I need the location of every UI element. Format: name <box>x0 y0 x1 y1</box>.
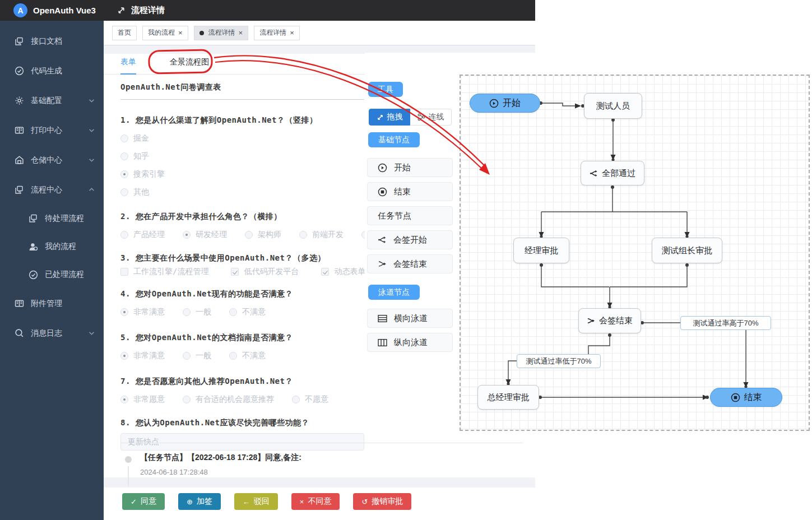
palette-start-node[interactable]: 开始 <box>367 158 453 177</box>
checkbox-icon[interactable] <box>120 268 128 276</box>
flow-node-test-lead-approval[interactable]: 测试组长审批 <box>652 238 722 263</box>
timeline-timestamp: 2024-06-18 17:28:48 <box>140 468 301 476</box>
sidebar-item-pending-flows[interactable]: 待处理流程 <box>0 205 104 233</box>
disagree-button[interactable]: ×不同意 <box>291 493 340 510</box>
question-8-input[interactable] <box>120 433 364 451</box>
palette-task-node[interactable]: 任务节点 <box>367 206 453 225</box>
radio-icon[interactable] <box>245 231 253 239</box>
radio-icon[interactable] <box>120 152 128 160</box>
edge-label-pass-low[interactable]: 测试通过率低于70% <box>517 354 601 368</box>
edge-label-pass-high[interactable]: 测试通过率高于70% <box>680 316 771 330</box>
tab-form[interactable]: 表单 <box>120 57 136 74</box>
radio-option[interactable]: 一般 <box>183 307 211 317</box>
checkbox-icon[interactable] <box>231 268 239 276</box>
tag-label: 流程详情 <box>259 28 286 38</box>
flow-node-end[interactable]: 结束 <box>710 388 782 407</box>
radio-option[interactable]: 有合适的机会愿意推荐 <box>183 394 274 405</box>
radio-option[interactable]: 不愿意 <box>292 394 328 405</box>
checkbox-option-checked[interactable]: 低代码开发平台 <box>231 267 299 277</box>
sidebar-item-processed-flows[interactable]: 已处理流程 <box>0 261 104 289</box>
question-3-options: 工作流引擎/流程管理 低代码开发平台 动态表单生成 <box>120 267 370 277</box>
revoke-approval-button[interactable]: ↺撤销审批 <box>353 493 411 510</box>
radio-option[interactable]: 不满意 <box>229 351 266 361</box>
sidebar-item-api-docs[interactable]: 接口文档 <box>0 26 104 56</box>
flow-node-manager-approval[interactable]: 经理审批 <box>513 238 569 263</box>
send-back-button[interactable]: ←驳回 <box>234 493 278 510</box>
radio-icon[interactable] <box>183 231 191 239</box>
flow-node-general-manager-approval[interactable]: 总经理审批 <box>477 385 539 410</box>
radio-icon[interactable] <box>120 188 128 196</box>
close-icon[interactable]: × <box>239 29 243 36</box>
radio-icon[interactable] <box>120 231 128 239</box>
sidebar-item-message-log[interactable]: 消息日志 <box>0 318 104 348</box>
app-header: A OpenAuth Vue3 流程详情 <box>0 0 535 21</box>
sidebar-item-my-flows[interactable]: 我的流程 <box>0 233 104 261</box>
radio-icon[interactable] <box>229 308 237 316</box>
sidebar-item-code-gen[interactable]: 代码生成 <box>0 56 104 86</box>
print-center-icon <box>14 126 24 136</box>
flowchart-canvas[interactable] <box>460 75 810 431</box>
tag-home[interactable]: 首页 <box>112 26 137 40</box>
radio-icon[interactable] <box>120 170 128 178</box>
palette-countersign-start-node[interactable]: 会签开始 <box>367 230 453 249</box>
radio-option-selected[interactable]: 研发经理 <box>183 230 227 240</box>
tag-flow-detail-active[interactable]: 流程详情× <box>194 26 249 40</box>
question-4-options: 非常满意 一般 不满意 <box>120 307 370 317</box>
radio-icon[interactable] <box>292 396 300 403</box>
palette-countersign-end-node[interactable]: 会签结束 <box>367 254 453 273</box>
radio-option[interactable]: 不满意 <box>229 307 266 317</box>
palette-end-node[interactable]: 结束 <box>367 182 453 201</box>
timeline-entry: 【任务节点】【2022-06-18 17:28】同意,备注: <box>140 453 301 463</box>
checkbox-option-checked[interactable]: 动态表单生成 <box>321 267 370 277</box>
add-sign-button[interactable]: ⊕加签 <box>178 493 221 510</box>
palette-vertical-lane[interactable]: 纵向泳道 <box>367 333 453 352</box>
radio-icon[interactable] <box>299 231 307 239</box>
radio-option[interactable]: 其他 <box>120 187 367 197</box>
flow-node-all-pass[interactable]: 全部通过 <box>581 161 644 185</box>
radio-option[interactable]: 掘金 <box>120 133 367 143</box>
radio-option-selected[interactable]: 非常满意 <box>120 351 165 361</box>
merge-icon <box>378 259 387 268</box>
close-icon[interactable]: × <box>178 29 183 36</box>
tag-my-flows[interactable]: 我的流程× <box>142 26 188 40</box>
radio-option-selected[interactable]: 非常愿意 <box>120 394 165 405</box>
radio-icon[interactable] <box>120 308 128 316</box>
drag-mode-button[interactable]: 拖拽 <box>369 109 410 126</box>
timeline-dot-icon <box>125 456 132 463</box>
radio-option[interactable]: 知乎 <box>120 151 367 161</box>
radio-option[interactable]: 前端开发 <box>299 230 344 240</box>
horizontal-lane-icon <box>378 314 387 323</box>
flow-node-start[interactable]: 开始 <box>470 94 540 113</box>
radio-option-selected[interactable]: 非常满意 <box>120 307 165 317</box>
sidebar-item-label: 流程中心 <box>31 185 62 195</box>
radio-option[interactable]: 一般 <box>183 351 211 361</box>
tab-panorama-flowchart[interactable]: 全景流程图 <box>170 57 209 74</box>
tag-flow-detail[interactable]: 流程详情× <box>254 26 300 40</box>
checkbox-option[interactable]: 工作流引擎/流程管理 <box>120 267 208 277</box>
play-circle-icon <box>378 163 387 173</box>
sidebar-item-warehouse-center[interactable]: 仓储中心 <box>0 145 104 175</box>
radio-icon[interactable] <box>120 396 128 403</box>
palette-horizontal-lane[interactable]: 横向泳道 <box>367 309 453 328</box>
radio-option[interactable]: 产品经理 <box>120 230 165 240</box>
radio-option-selected[interactable]: 搜索引擎 <box>120 169 367 179</box>
agree-button[interactable]: ✓同意 <box>122 493 165 510</box>
flow-node-tester[interactable]: 测试人员 <box>584 93 642 119</box>
radio-icon[interactable] <box>229 352 237 360</box>
close-icon[interactable]: × <box>290 29 294 36</box>
checkbox-icon[interactable] <box>321 268 329 276</box>
radio-icon[interactable] <box>183 308 191 316</box>
sidebar-item-attachment-mgmt[interactable]: 附件管理 <box>0 289 104 318</box>
sidebar-item-process-center[interactable]: 流程中心 <box>0 175 104 205</box>
radio-icon[interactable] <box>183 396 191 403</box>
radio-icon[interactable] <box>120 352 128 360</box>
radio-icon[interactable] <box>183 352 191 360</box>
radio-icon[interactable] <box>120 134 128 142</box>
connect-mode-button[interactable]: 连线 <box>410 109 452 126</box>
flow-node-countersign-end[interactable]: 会签结束 <box>578 308 641 333</box>
divider <box>120 443 523 443</box>
radio-option[interactable]: 架构师 <box>245 230 281 240</box>
collapse-sidebar-icon[interactable] <box>117 6 126 15</box>
sidebar-item-basic-config[interactable]: 基础配置 <box>0 86 104 115</box>
sidebar-item-print-center[interactable]: 打印中心 <box>0 115 104 145</box>
